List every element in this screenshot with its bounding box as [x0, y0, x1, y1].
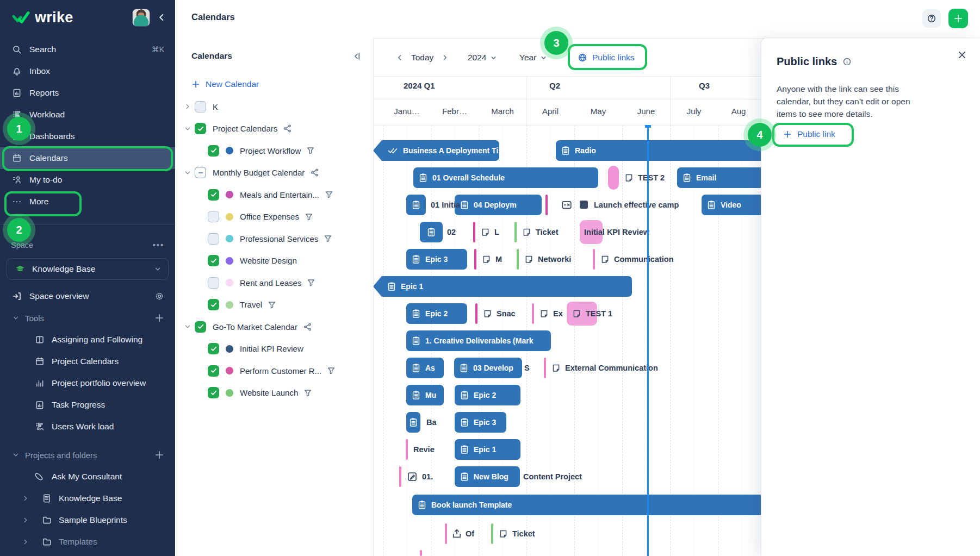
task-bar-epic-2[interactable]: Epic 2 — [455, 385, 520, 405]
task-bar-video[interactable]: Video — [702, 195, 767, 215]
calendar-tree-item-meals-and-entertain[interactable]: Meals and Entertain... — [175, 184, 373, 206]
task-label-ticket[interactable]: Ticket — [522, 222, 559, 242]
task-bar-epic-1[interactable]: Epic 1 — [373, 276, 632, 297]
sidebar-item-sample-blueprints[interactable]: Sample Blueprints — [0, 509, 175, 531]
sidebar-item-reports[interactable]: Reports — [0, 82, 175, 104]
task-label[interactable]: 02 — [447, 222, 456, 242]
task-bar-radio[interactable]: Radio — [556, 140, 767, 161]
task-label-test-1[interactable]: TEST 1 — [572, 303, 612, 324]
sidebar-item-calendars[interactable]: Calendars — [0, 147, 175, 169]
calendar-tree-item-professional-services[interactable]: Professional Services — [175, 228, 373, 250]
calendar-tree-item-website-launch[interactable]: Website Launch — [175, 382, 373, 404]
group-header-tools[interactable]: Tools — [0, 307, 175, 329]
task-label-l[interactable]: L — [481, 222, 499, 242]
space-menu-icon[interactable]: ••• — [153, 241, 164, 249]
help-button[interactable] — [922, 9, 941, 28]
task-bar-epic-2[interactable]: Epic 2 — [406, 303, 467, 324]
task-label-external-communication[interactable]: External Communication — [551, 358, 658, 378]
task-bar-book-launch-template[interactable]: Book launch Template — [412, 495, 767, 515]
checkbox-unchecked[interactable] — [195, 101, 206, 113]
checkbox-checked[interactable] — [208, 145, 219, 157]
checkbox-checked[interactable] — [195, 123, 206, 134]
checkbox-checked[interactable] — [208, 299, 219, 310]
sidebar-item-users-work-load[interactable]: Users Work load — [0, 416, 175, 438]
sidebar-item-templates[interactable]: Templates — [0, 531, 175, 553]
calendar-tree-item-rent-and-leases[interactable]: Rent and Leases — [175, 272, 373, 294]
task-bar-04-deploym[interactable]: 04 Deploym — [455, 195, 542, 215]
new-calendar-button[interactable]: New Calendar — [191, 79, 373, 89]
task-bar-business-a-deployment-ti[interactable]: Business A Deployment Ti — [373, 140, 499, 161]
panel-collapse-icon[interactable] — [352, 52, 361, 61]
checkbox-checked[interactable] — [208, 387, 219, 398]
calendar-tree-item-office-expenses[interactable]: Office Expenses — [175, 206, 373, 228]
calendar-tree-item-monthly-budget-calendar[interactable]: Monthly Budget Calendar — [175, 162, 373, 184]
task-label-networki[interactable]: Networki — [524, 249, 571, 270]
info-icon[interactable] — [842, 57, 852, 66]
calendar-tree-item-website-design[interactable]: Website Design — [175, 250, 373, 272]
checkbox-checked[interactable] — [208, 343, 219, 354]
calendar-tree-item-project-workflow[interactable]: Project Workflow — [175, 140, 373, 162]
task-bar-mu[interactable]: Mu — [406, 385, 444, 405]
chevron-right-icon[interactable] — [181, 103, 195, 110]
task-label[interactable]: Initial KPI Review — [584, 222, 649, 242]
task-label-test-2[interactable]: TEST 2 — [624, 167, 665, 188]
checkbox-checked[interactable] — [195, 321, 206, 333]
task-bar-item-r10[interactable] — [406, 412, 420, 433]
task-label[interactable]: Content Project — [523, 466, 582, 487]
task-bar-as[interactable]: As — [406, 358, 444, 378]
sidebar-item-task-progress[interactable]: Task Progress — [0, 394, 175, 416]
checkbox-unchecked[interactable] — [208, 233, 219, 245]
calendar-tree-item-k[interactable]: K — [175, 96, 373, 118]
task-label-snac[interactable]: Snac — [483, 303, 516, 324]
checkbox-checked[interactable] — [208, 365, 219, 377]
sidebar-item-knowledge-base[interactable]: Knowledge Base — [0, 488, 175, 509]
avatar[interactable] — [132, 9, 150, 27]
task-label-ex[interactable]: Ex — [539, 303, 563, 324]
create-button[interactable] — [948, 9, 968, 28]
checkbox-unchecked[interactable] — [208, 277, 219, 289]
sidebar-item-project-calendars[interactable]: Project Calendars — [0, 351, 175, 372]
space-selector[interactable]: Knowledge Base — [7, 258, 169, 280]
sidebar-item-assigning-and-following[interactable]: Assigning and Following — [0, 329, 175, 351]
task-label-ticket[interactable]: Ticket — [499, 523, 535, 544]
task-bar-epic-3[interactable]: Epic 3 — [455, 412, 506, 433]
sidebar-item-space-overview[interactable]: Space overview — [0, 285, 175, 307]
task-label[interactable]: 01 Initia — [431, 195, 460, 215]
task-bar-01-overall-schedule[interactable]: 01 Overall Schedule — [413, 167, 598, 188]
task-label[interactable]: 01. — [422, 466, 433, 487]
checkbox-checked[interactable] — [208, 189, 219, 201]
checkbox-unchecked[interactable] — [208, 211, 219, 222]
sidebar-item-my-to-do[interactable]: My to-do — [0, 169, 175, 191]
sidebar-item-project-portfolio-overview[interactable]: Project portfolio overview — [0, 372, 175, 394]
milestone-pill[interactable] — [608, 166, 619, 190]
chevron-down-icon[interactable] — [181, 169, 195, 177]
task-label[interactable]: Revie — [413, 439, 435, 460]
task-bar-03-develop[interactable]: 03 Develop — [454, 358, 522, 378]
close-icon[interactable] — [957, 50, 967, 60]
add-public-link-button[interactable]: Public link — [783, 129, 835, 139]
calendar-tree-item-travel[interactable]: Travel — [175, 294, 373, 316]
checkbox-checked[interactable] — [208, 255, 219, 266]
task-bar-epic-3[interactable]: Epic 3 — [406, 249, 467, 270]
task-bar-email[interactable]: Email — [677, 167, 767, 188]
task-label[interactable]: Ba — [426, 412, 437, 433]
chevron-down-icon[interactable] — [181, 323, 195, 330]
sidebar-item-more[interactable]: More — [0, 191, 175, 213]
task-label[interactable]: Of — [466, 523, 474, 544]
calendar-tree-item-initial-kpi-review[interactable]: Initial KPI Review — [175, 338, 373, 360]
task-bar-1-creative-deliverables-mark[interactable]: 1. Creative Deliverables (Mark — [406, 330, 551, 351]
task-bar-item-r2[interactable] — [406, 195, 426, 215]
task-bar-new-blog[interactable]: New Blog — [455, 466, 520, 487]
task-bar-epic-1[interactable]: Epic 1 — [455, 439, 520, 460]
calendar-tree-item-go-to-market-calendar[interactable]: Go-To Market Calendar — [175, 316, 373, 338]
calendar-tree-item-project-calendars[interactable]: Project Calendars — [175, 118, 373, 140]
sidebar-item-search[interactable]: Search ⌘K — [0, 39, 175, 60]
task-label[interactable]: S — [524, 358, 530, 378]
task-label[interactable]: Launch effective camp — [594, 195, 679, 215]
sidebar-item-ask-my-consultant[interactable]: Ask My Consultant — [0, 466, 175, 488]
task-bar-item-r3[interactable] — [420, 222, 443, 242]
calendar-tree-item-perform-customer-r[interactable]: Perform Customer R... — [175, 360, 373, 382]
group-header-projects-and-folders[interactable]: Projects and folders — [0, 444, 175, 466]
checkbox-mixed[interactable] — [195, 167, 206, 178]
chevron-down-icon[interactable] — [181, 125, 195, 133]
